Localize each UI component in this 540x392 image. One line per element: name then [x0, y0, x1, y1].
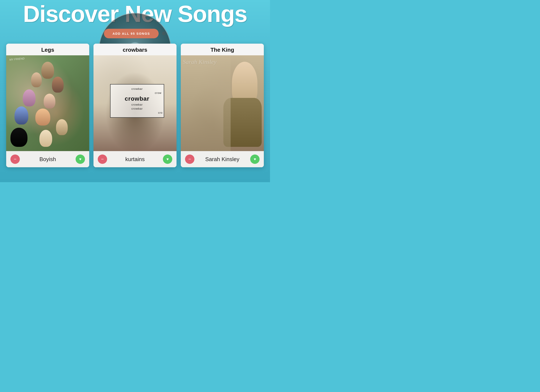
crowbar-text-5: cro: [158, 111, 164, 114]
song-card-legs: Legs MY FRIEND: [6, 44, 89, 167]
crowbar-text-4: crowbar: [131, 107, 143, 110]
card-artist-boyish: Boyish: [20, 156, 75, 163]
card-artist-kurtains: kurtains: [107, 156, 163, 163]
card-footer-crowbars: − kurtains ♥: [94, 151, 176, 167]
card-song-title-crowbars: crowbars: [94, 44, 176, 55]
action-row: ADD ALL 95 SONGS ⚙: [0, 29, 270, 38]
settings-gear-icon[interactable]: ⚙: [162, 31, 166, 36]
people-group-image: MY FRIEND: [6, 55, 89, 151]
add-button-crowbars[interactable]: ♥: [163, 154, 172, 164]
crowbar-text-3: crowbar: [131, 103, 143, 106]
add-button-the-king[interactable]: ♥: [250, 154, 260, 164]
song-card-crowbars: crowbars crowbar crow crowbar crowbar cr…: [94, 44, 176, 167]
add-all-songs-button[interactable]: ADD ALL 95 SONGS: [104, 29, 158, 38]
crowbars-text-overlay: crowbar crow crowbar crowbar crowbar cro: [110, 84, 164, 118]
card-artist-sarah-kinsley: Sarah Kinsley: [195, 156, 250, 163]
card-image-boyish: MY FRIEND: [6, 55, 89, 151]
card-song-title-legs: Legs: [6, 44, 89, 55]
crowbar-text-large: crowbar: [125, 95, 150, 102]
crowbar-text-2: crow: [155, 91, 164, 94]
remove-button-legs[interactable]: −: [10, 154, 20, 164]
cards-section: Legs MY FRIEND: [0, 44, 270, 176]
card-image-crowbars: crowbar crow crowbar crowbar crowbar cro: [94, 55, 176, 151]
remove-button-the-king[interactable]: −: [185, 154, 195, 164]
card-footer-legs: − Boyish ♥: [6, 151, 89, 167]
crowbar-text-1: crowbar: [131, 87, 143, 90]
card-image-sarah: Sarah Kinsley: [181, 55, 264, 151]
song-card-the-king: The King Sarah Kinsley − Sarah Kinsley ♥: [181, 44, 264, 167]
card-song-title-the-king: The King: [181, 44, 264, 55]
remove-button-crowbars[interactable]: −: [98, 154, 107, 164]
card-footer-the-king: − Sarah Kinsley ♥: [181, 151, 264, 167]
add-button-legs[interactable]: ♥: [75, 154, 85, 164]
hero-section: Discover New Songs ADD ALL 95 SONGS ⚙ Le…: [0, 0, 270, 182]
